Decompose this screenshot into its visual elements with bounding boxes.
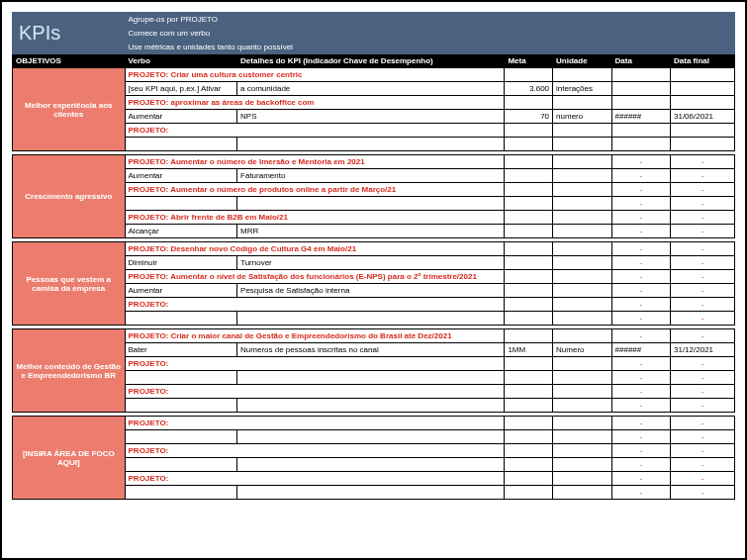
cell[interactable] — [553, 284, 611, 298]
proj-5-2[interactable]: PROJETO: — [125, 444, 505, 458]
cell-dash[interactable]: - — [671, 357, 735, 371]
cell[interactable] — [553, 242, 611, 256]
cell-dash[interactable]: - — [611, 430, 670, 444]
cell-verbo[interactable]: Aumentar — [125, 284, 237, 298]
cell[interactable] — [553, 138, 611, 151]
cell-data[interactable]: ###### — [611, 110, 670, 124]
cell-dash[interactable]: - — [611, 357, 670, 371]
cell-meta[interactable]: 3.600 — [505, 82, 553, 96]
cell[interactable] — [505, 385, 553, 399]
cell[interactable] — [553, 417, 611, 430]
cell[interactable] — [505, 211, 553, 225]
cell-verbo[interactable]: [seu KPI aqui, p.ex.] Ativar — [125, 82, 237, 96]
proj-4-3[interactable]: PROJETO: — [125, 385, 505, 399]
cell[interactable] — [505, 284, 553, 298]
cell[interactable] — [553, 298, 611, 312]
cell[interactable] — [125, 371, 237, 385]
cell-det[interactable]: NPS — [237, 110, 505, 124]
cell[interactable] — [237, 486, 505, 500]
cell[interactable] — [505, 256, 553, 270]
cell-meta[interactable]: 1MM — [505, 343, 553, 357]
cell-dash[interactable]: - — [671, 169, 735, 183]
cell[interactable] — [671, 124, 735, 138]
cell[interactable] — [505, 270, 553, 284]
cell[interactable] — [125, 197, 237, 211]
cell-dash[interactable]: - — [671, 270, 735, 284]
cell[interactable] — [611, 68, 670, 82]
cell[interactable] — [611, 96, 670, 110]
cell[interactable] — [553, 225, 611, 238]
cell-det[interactable]: a comunidade — [237, 82, 505, 96]
cell[interactable] — [505, 68, 553, 82]
cell-dash[interactable]: - — [611, 284, 670, 298]
cell[interactable] — [505, 138, 553, 151]
cell[interactable] — [505, 472, 553, 486]
cell[interactable] — [505, 155, 553, 169]
cell[interactable] — [553, 430, 611, 444]
cell-dash[interactable]: - — [671, 211, 735, 225]
cell[interactable] — [553, 385, 611, 399]
cell[interactable] — [611, 138, 670, 151]
proj-1-2[interactable]: PROJETO: aproximar as áreas de backoffic… — [125, 96, 505, 110]
cell-dash[interactable]: - — [611, 242, 670, 256]
cell-datafinal[interactable]: 31/12/2021 — [671, 343, 735, 357]
cell[interactable] — [553, 256, 611, 270]
cell-dash[interactable]: - — [671, 417, 735, 430]
cell-dash[interactable]: - — [611, 155, 670, 169]
cell[interactable] — [553, 371, 611, 385]
cell-verbo[interactable]: Aumentar — [125, 169, 237, 183]
cell-unid[interactable]: Numero — [553, 343, 611, 357]
proj-1-1[interactable]: PROJETO: Criar uma cultura customer cent… — [125, 68, 505, 82]
cell[interactable] — [125, 458, 237, 472]
cell[interactable] — [505, 183, 553, 197]
cell-dash[interactable]: - — [671, 472, 735, 486]
cell[interactable] — [505, 96, 553, 110]
cell-dash[interactable]: - — [611, 385, 670, 399]
cell[interactable] — [505, 486, 553, 500]
cell[interactable] — [553, 68, 611, 82]
cell[interactable] — [237, 430, 505, 444]
cell-verbo[interactable]: Diminuir — [125, 256, 237, 270]
cell-dash[interactable]: - — [671, 284, 735, 298]
cell-dash[interactable]: - — [611, 256, 670, 270]
proj-2-3[interactable]: PROJETO: Abrir frente de B2B em Maio/21 — [125, 211, 505, 225]
cell-dash[interactable]: - — [671, 329, 735, 343]
cell-dash[interactable]: - — [611, 211, 670, 225]
cell-dash[interactable]: - — [671, 444, 735, 458]
cell[interactable] — [553, 486, 611, 500]
cell[interactable] — [505, 329, 553, 343]
cell-dash[interactable]: - — [671, 242, 735, 256]
cell-dash[interactable]: - — [611, 169, 670, 183]
cell-verbo[interactable]: Bater — [125, 343, 237, 357]
cell[interactable] — [553, 169, 611, 183]
cell[interactable] — [553, 155, 611, 169]
cell[interactable] — [125, 312, 237, 326]
cell[interactable] — [505, 430, 553, 444]
cell[interactable] — [553, 472, 611, 486]
cell[interactable] — [505, 458, 553, 472]
cell[interactable] — [237, 312, 505, 326]
cell-dash[interactable]: - — [611, 444, 670, 458]
cell[interactable] — [505, 169, 553, 183]
proj-3-3[interactable]: PROJETO: — [125, 298, 505, 312]
cell-dash[interactable]: - — [671, 183, 735, 197]
cell-unid[interactable]: numero — [553, 110, 611, 124]
cell[interactable] — [553, 270, 611, 284]
cell-dash[interactable]: - — [671, 430, 735, 444]
cell-dash[interactable]: - — [611, 399, 670, 413]
cell-det[interactable]: Faturamento — [237, 169, 505, 183]
cell-dash[interactable]: - — [611, 197, 670, 211]
cell[interactable] — [671, 68, 735, 82]
cell-dash[interactable]: - — [671, 399, 735, 413]
cell[interactable] — [505, 225, 553, 238]
cell[interactable] — [505, 312, 553, 326]
cell[interactable] — [505, 197, 553, 211]
cell-dash[interactable]: - — [671, 385, 735, 399]
cell-dash[interactable]: - — [671, 458, 735, 472]
proj-3-2[interactable]: PROJETO: Aumentar o nível de Satisfação … — [125, 270, 505, 284]
cell-dash[interactable]: - — [611, 417, 670, 430]
cell[interactable] — [671, 82, 735, 96]
cell-det[interactable]: MRR — [237, 225, 505, 238]
proj-4-1[interactable]: PROJETO: Criar o maior canal de Gestão e… — [125, 329, 505, 343]
cell-dash[interactable]: - — [671, 312, 735, 326]
